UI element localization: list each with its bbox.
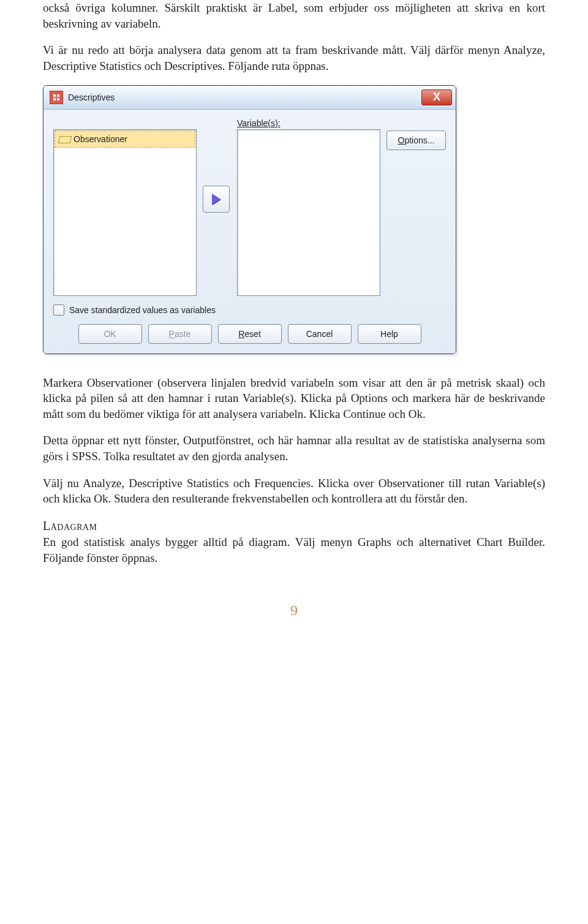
paste-button[interactable]: Paste	[148, 324, 212, 344]
app-icon	[50, 91, 63, 104]
target-variable-list[interactable]	[237, 129, 380, 296]
section-heading: Lådagram	[43, 519, 545, 533]
reset-button[interactable]: Reset	[218, 324, 282, 344]
variable-name: Observationer	[74, 134, 127, 144]
variables-label: Variable(s):	[237, 118, 379, 128]
ruler-icon	[59, 135, 70, 143]
help-button[interactable]: Help	[358, 324, 421, 344]
paragraph: Vi är nu redo att börja analysera data g…	[43, 42, 545, 74]
dialog-title: Descriptives	[68, 93, 421, 102]
source-variable-list[interactable]: Observationer	[53, 129, 197, 296]
move-right-button[interactable]	[203, 186, 230, 213]
paragraph: Markera Observationer (observera linjale…	[43, 375, 545, 422]
dialog-titlebar: Descriptives X	[43, 86, 456, 110]
page-number: 9	[43, 602, 545, 619]
close-button[interactable]: X	[421, 89, 452, 105]
paragraph: En god statistisk analys bygger alltid p…	[43, 534, 545, 566]
cancel-button[interactable]: Cancel	[288, 324, 352, 344]
options-button[interactable]: Options...	[386, 131, 446, 150]
save-standardized-checkbox[interactable]	[53, 305, 64, 316]
list-item[interactable]: Observationer	[55, 131, 195, 148]
checkbox-label: Save standardized values as variables	[69, 305, 216, 315]
arrow-right-icon	[212, 194, 221, 205]
close-icon: X	[433, 91, 440, 103]
paragraph: Detta öppnar ett nytt fönster, Outputfön…	[43, 433, 545, 464]
descriptives-dialog-screenshot: Descriptives X Observationer	[43, 85, 456, 354]
ok-button[interactable]: OK	[78, 324, 142, 344]
paragraph: Välj nu Analyze, Descriptive Statistics …	[43, 475, 545, 507]
paragraph: också övriga kolumner. Särskilt praktisk…	[43, 0, 545, 31]
